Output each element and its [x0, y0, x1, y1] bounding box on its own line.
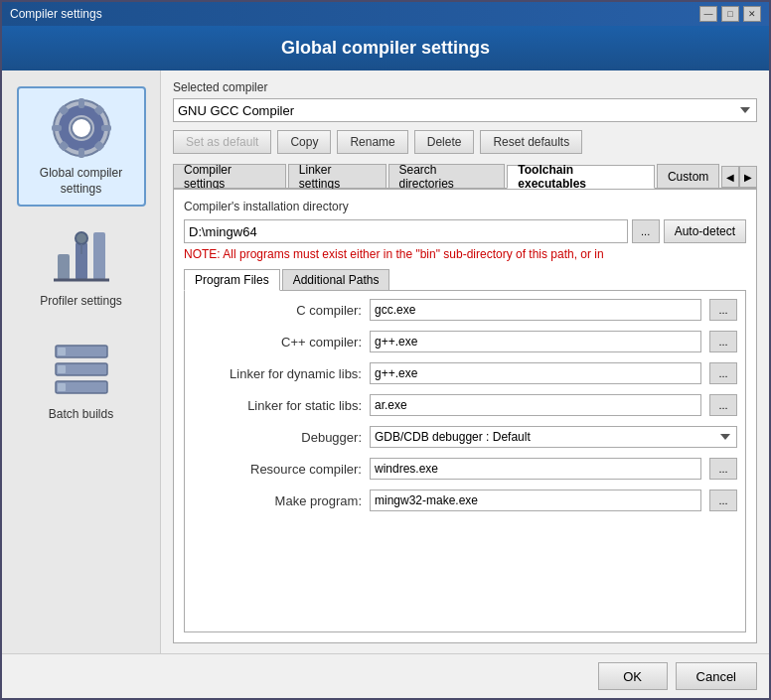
- copy-button[interactable]: Copy: [277, 130, 331, 154]
- svg-rect-6: [101, 125, 111, 131]
- sidebar-item-profiler[interactable]: Profiler settings: [17, 214, 146, 320]
- inner-tab-program-files[interactable]: Program Files: [184, 269, 280, 291]
- bottom-bar: OK Cancel: [2, 653, 769, 698]
- cpp-compiler-row: C++ compiler: ...: [193, 331, 737, 352]
- sidebar: Global compilersettings Profiler setting…: [2, 70, 161, 653]
- debugger-row: Debugger: GDB/CDB debugger : Default: [193, 426, 737, 448]
- maximize-button[interactable]: □: [721, 6, 739, 22]
- tab-scroll-left-button[interactable]: ◀: [721, 166, 739, 188]
- c-compiler-label: C compiler:: [193, 303, 362, 318]
- c-compiler-browse-button[interactable]: ...: [709, 299, 737, 321]
- batch-icon: [50, 338, 113, 401]
- linker-static-input[interactable]: [370, 394, 701, 416]
- cancel-button[interactable]: Cancel: [676, 662, 757, 690]
- note-text: NOTE: All programs must exist either in …: [184, 247, 746, 261]
- profiler-icon: [50, 224, 113, 288]
- svg-rect-11: [58, 254, 70, 280]
- window-title: Compiler settings: [10, 7, 102, 21]
- linker-dynamic-row: Linker for dynamic libs: ...: [193, 362, 737, 384]
- install-dir-row: ... Auto-detect: [184, 219, 746, 243]
- rename-button[interactable]: Rename: [337, 130, 407, 154]
- install-dir-label: Compiler's installation directory: [184, 200, 746, 213]
- program-files-box: C compiler: ... C++ compiler: ... Linker…: [184, 290, 746, 632]
- svg-rect-22: [58, 383, 66, 391]
- compiler-dropdown-row: GNU GCC Compiler: [173, 98, 757, 122]
- inner-tab-additional-paths[interactable]: Additional Paths: [282, 269, 390, 290]
- tab-linker-settings[interactable]: Linker settings: [288, 164, 386, 188]
- svg-rect-13: [93, 232, 105, 280]
- auto-detect-button[interactable]: Auto-detect: [664, 219, 746, 243]
- sidebar-item-global-compiler[interactable]: Global compilersettings: [17, 86, 146, 207]
- cpp-compiler-label: C++ compiler:: [193, 335, 362, 350]
- window-controls: — □ ✕: [699, 6, 761, 22]
- selected-compiler-label: Selected compiler: [173, 80, 757, 94]
- svg-rect-4: [78, 148, 84, 158]
- dialog-title: Global compiler settings: [281, 38, 490, 58]
- resource-compiler-browse-button[interactable]: ...: [709, 458, 737, 480]
- tab-toolchain-executables[interactable]: Toolchain executables: [507, 165, 655, 189]
- tab-custom[interactable]: Custom: [657, 164, 719, 188]
- cpp-compiler-input[interactable]: [370, 331, 701, 352]
- linker-dynamic-browse-button[interactable]: ...: [709, 362, 737, 384]
- debugger-select[interactable]: GDB/CDB debugger : Default: [370, 426, 737, 448]
- svg-rect-3: [78, 98, 84, 108]
- main-tabs-row: Compiler settings Linker settings Search…: [173, 164, 757, 189]
- linker-static-label: Linker for static libs:: [193, 398, 362, 413]
- ok-button[interactable]: OK: [598, 662, 668, 690]
- resource-compiler-input[interactable]: [370, 458, 701, 480]
- tab-scroll-right-button[interactable]: ▶: [739, 166, 757, 188]
- tab-compiler-settings[interactable]: Compiler settings: [173, 164, 286, 188]
- linker-dynamic-label: Linker for dynamic libs:: [193, 366, 362, 381]
- right-panel: Selected compiler GNU GCC Compiler Set a…: [161, 70, 769, 653]
- delete-button[interactable]: Delete: [414, 130, 475, 154]
- svg-rect-5: [52, 125, 62, 131]
- compiler-dropdown[interactable]: GNU GCC Compiler: [173, 98, 757, 122]
- make-program-row: Make program: ...: [193, 490, 737, 511]
- make-program-browse-button[interactable]: ...: [709, 490, 737, 511]
- toolchain-panel: Compiler's installation directory ... Au…: [173, 189, 757, 643]
- sidebar-item-batch[interactable]: Batch builds: [17, 328, 146, 433]
- svg-rect-21: [58, 365, 66, 373]
- minimize-button[interactable]: —: [699, 6, 717, 22]
- resource-compiler-row: Resource compiler: ...: [193, 458, 737, 480]
- install-dir-input[interactable]: [184, 219, 628, 243]
- linker-dynamic-input[interactable]: [370, 362, 701, 384]
- install-dir-browse-button[interactable]: ...: [632, 219, 660, 243]
- linker-static-browse-button[interactable]: ...: [709, 394, 737, 416]
- tab-search-directories[interactable]: Search directories: [388, 164, 506, 188]
- compiler-settings-window: Compiler settings — □ ✕ Global compiler …: [0, 0, 771, 700]
- inner-tabs-row: Program Files Additional Paths: [184, 269, 746, 290]
- make-program-input[interactable]: [370, 490, 701, 511]
- svg-point-15: [76, 232, 87, 244]
- reset-defaults-button[interactable]: Reset defaults: [480, 130, 582, 154]
- resource-compiler-label: Resource compiler:: [193, 462, 362, 477]
- gear-icon: [50, 96, 113, 160]
- make-program-label: Make program:: [193, 493, 362, 508]
- cpp-compiler-browse-button[interactable]: ...: [709, 331, 737, 352]
- sidebar-label-global-compiler: Global compilersettings: [40, 166, 122, 197]
- dialog-header: Global compiler settings: [2, 26, 769, 70]
- svg-point-2: [72, 118, 91, 138]
- c-compiler-row: C compiler: ...: [193, 299, 737, 321]
- debugger-label: Debugger:: [193, 430, 362, 445]
- titlebar: Compiler settings — □ ✕: [2, 2, 769, 26]
- sidebar-label-profiler: Profiler settings: [40, 294, 122, 310]
- c-compiler-input[interactable]: [370, 299, 701, 321]
- close-button[interactable]: ✕: [743, 6, 761, 22]
- svg-rect-20: [58, 348, 66, 355]
- linker-static-row: Linker for static libs: ...: [193, 394, 737, 416]
- sidebar-label-batch: Batch builds: [49, 407, 113, 423]
- set-as-default-button[interactable]: Set as default: [173, 130, 271, 154]
- compiler-button-row: Set as default Copy Rename Delete Reset …: [173, 130, 757, 154]
- main-content: Global compilersettings Profiler setting…: [2, 70, 769, 653]
